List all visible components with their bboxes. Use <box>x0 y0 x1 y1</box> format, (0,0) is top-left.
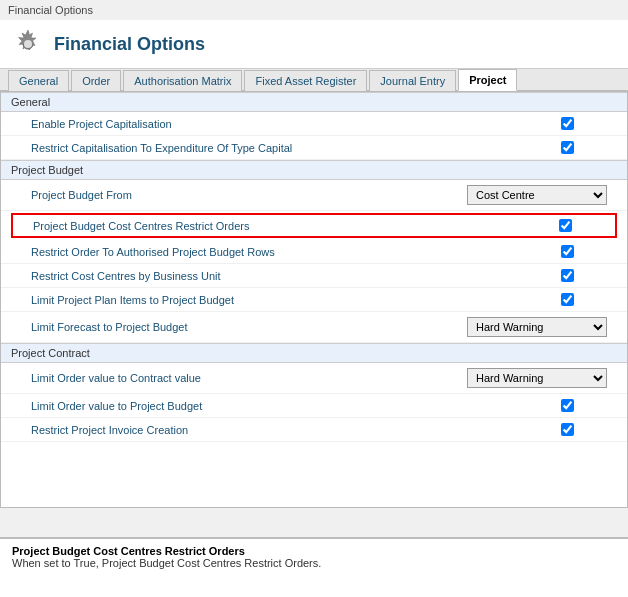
option-label: Restrict Project Invoice Creation <box>31 424 188 436</box>
section-header-general: General <box>1 92 627 112</box>
option-label: Limit Order value to Project Budget <box>31 400 202 412</box>
checkbox-input[interactable] <box>561 117 574 130</box>
dropdown-select[interactable]: Cost CentreProjectTask <box>467 185 607 205</box>
checkbox-area <box>527 269 607 282</box>
option-row: Project Budget Cost Centres Restrict Ord… <box>11 213 617 238</box>
tab-journal-entry[interactable]: Journal Entry <box>369 70 456 91</box>
checkbox-area <box>527 245 607 258</box>
option-row: Restrict Order To Authorised Project Bud… <box>1 240 627 264</box>
option-row: Project Budget FromCost CentreProjectTas… <box>1 180 627 211</box>
dropdown-area: Hard WarningSoft WarningNone <box>467 368 607 388</box>
tab-project[interactable]: Project <box>458 69 517 91</box>
tab-order[interactable]: Order <box>71 70 121 91</box>
footer-help: Project Budget Cost Centres Restrict Ord… <box>0 537 628 597</box>
option-label: Limit Order value to Contract value <box>31 372 201 384</box>
checkbox-input[interactable] <box>561 399 574 412</box>
dropdown-area: Cost CentreProjectTask <box>467 185 607 205</box>
svg-point-1 <box>24 40 32 48</box>
title-bar: Financial Options <box>0 0 628 20</box>
option-label: Restrict Cost Centres by Business Unit <box>31 270 221 282</box>
dropdown-select[interactable]: Hard WarningSoft WarningNone <box>467 317 607 337</box>
option-row: Limit Forecast to Project BudgetHard War… <box>1 312 627 343</box>
checkbox-area <box>527 141 607 154</box>
section-header-project-contract: Project Contract <box>1 343 627 363</box>
option-label: Project Budget From <box>31 189 132 201</box>
section-header-project-budget: Project Budget <box>1 160 627 180</box>
checkbox-input[interactable] <box>559 219 572 232</box>
checkbox-area <box>527 399 607 412</box>
option-label: Restrict Capitalisation To Expenditure O… <box>31 142 292 154</box>
option-row: Restrict Capitalisation To Expenditure O… <box>1 136 627 160</box>
tab-fixed-asset-register[interactable]: Fixed Asset Register <box>244 70 367 91</box>
checkbox-area <box>527 117 607 130</box>
option-label: Project Budget Cost Centres Restrict Ord… <box>33 220 249 232</box>
checkbox-input[interactable] <box>561 269 574 282</box>
title-bar-label: Financial Options <box>8 4 93 16</box>
tab-general[interactable]: General <box>8 70 69 91</box>
tabs-bar: GeneralOrderAuthorisation MatrixFixed As… <box>0 69 628 91</box>
checkbox-input[interactable] <box>561 141 574 154</box>
checkbox-input[interactable] <box>561 293 574 306</box>
option-row: Limit Project Plan Items to Project Budg… <box>1 288 627 312</box>
page-title: Financial Options <box>54 34 205 55</box>
option-label: Limit Project Plan Items to Project Budg… <box>31 294 234 306</box>
checkbox-area <box>527 423 607 436</box>
option-row: Restrict Cost Centres by Business Unit <box>1 264 627 288</box>
option-label: Limit Forecast to Project Budget <box>31 321 188 333</box>
option-row: Limit Order value to Contract valueHard … <box>1 363 627 394</box>
main-content: GeneralEnable Project CapitalisationRest… <box>0 91 628 508</box>
dropdown-select[interactable]: Hard WarningSoft WarningNone <box>467 368 607 388</box>
option-row: Enable Project Capitalisation <box>1 112 627 136</box>
tab-authorisation-matrix[interactable]: Authorisation Matrix <box>123 70 242 91</box>
dropdown-area: Hard WarningSoft WarningNone <box>467 317 607 337</box>
checkbox-area <box>527 293 607 306</box>
option-row: Restrict Project Invoice Creation <box>1 418 627 442</box>
header-section: Financial Options <box>0 20 628 69</box>
footer-title: Project Budget Cost Centres Restrict Ord… <box>12 545 616 557</box>
option-label: Restrict Order To Authorised Project Bud… <box>31 246 275 258</box>
footer-body: When set to True, Project Budget Cost Ce… <box>12 557 616 569</box>
checkbox-input[interactable] <box>561 423 574 436</box>
checkbox-input[interactable] <box>561 245 574 258</box>
option-label: Enable Project Capitalisation <box>31 118 172 130</box>
gear-icon <box>12 28 44 60</box>
option-row: Limit Order value to Project Budget <box>1 394 627 418</box>
checkbox-area <box>525 219 605 232</box>
